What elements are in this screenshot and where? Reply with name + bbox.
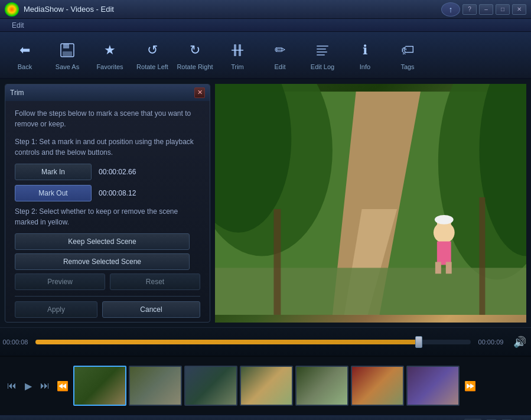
tags-icon: 🏷 <box>397 40 418 61</box>
edit-icon: ✏ <box>269 40 291 61</box>
filmstrip-thumb-5[interactable] <box>295 366 348 406</box>
filmstrip-thumb-2[interactable] <box>129 366 182 406</box>
svg-rect-25 <box>479 197 485 315</box>
edit-log-label: Edit Log <box>311 63 334 70</box>
cancel-button[interactable]: Cancel <box>102 301 200 318</box>
save-as-button[interactable]: Save As <box>47 34 87 76</box>
remove-scene-button[interactable]: Remove Selected Scene <box>15 253 190 270</box>
mark-in-button[interactable]: Mark In <box>15 164 92 180</box>
mark-in-row: Mark In 00:00:02.66 <box>15 164 200 180</box>
filmstrip-thumb-7[interactable] <box>406 366 460 406</box>
mark-out-row: Mark Out 00:00:08.12 <box>15 185 200 201</box>
preview-reset-row: Preview Reset <box>15 274 200 290</box>
close-button[interactable]: ✕ <box>512 4 526 15</box>
svg-rect-1 <box>63 44 69 48</box>
info-label: Info <box>360 63 370 70</box>
edit-button[interactable]: ✏ Edit <box>260 34 300 76</box>
mark-out-button[interactable]: Mark Out <box>15 185 92 201</box>
trim-dialog-titlebar: Trim ✕ <box>5 84 210 101</box>
favorites-button[interactable]: ★ Favorites <box>90 34 130 76</box>
svg-rect-2 <box>63 51 72 56</box>
apply-cancel-row: Apply Cancel <box>15 301 200 318</box>
nav-up-button[interactable]: ↑ <box>441 2 460 17</box>
rotate-right-button[interactable]: ↻ Rotate Right <box>175 34 215 76</box>
statusbar: 008-июль 2009.MTS Sunday, July 12, 2009 … <box>0 415 531 420</box>
scrubber-track[interactable] <box>35 340 471 344</box>
save-as-icon <box>57 40 78 61</box>
rotate-left-button[interactable]: ↺ Rotate Left <box>132 34 172 76</box>
maximize-button[interactable]: □ <box>496 4 510 15</box>
tags-button[interactable]: 🏷 Tags <box>387 34 428 76</box>
scrubber-fill <box>35 340 419 344</box>
trim-panel: Trim ✕ Follow the steps below to mark a … <box>5 84 210 323</box>
video-scene <box>215 84 526 323</box>
scrubber-container[interactable] <box>35 335 471 349</box>
menu-edit[interactable]: Edit <box>7 20 29 31</box>
titlebar-title: MediaShow - Videos - Edit <box>24 5 114 14</box>
time-end-label: 00:00:09 <box>475 338 506 346</box>
titlebar: MediaShow - Videos - Edit ↑ ? – □ ✕ <box>0 0 531 19</box>
filmstrip-play-button[interactable]: ▶ <box>21 378 35 394</box>
filmstrip-skip-start-button[interactable]: ⏮ <box>5 378 19 393</box>
info-button[interactable]: ℹ Info <box>345 34 385 76</box>
edit-log-icon <box>312 40 333 61</box>
video-preview <box>215 84 526 323</box>
info-icon: ℹ <box>354 40 376 61</box>
minimize-button[interactable]: – <box>479 4 493 15</box>
favorites-label: Favorites <box>96 63 123 70</box>
toolbar: ⬅ Back Save As ★ Favorites ↺ Rotate Left… <box>0 32 531 79</box>
help-button[interactable]: ? <box>462 4 477 15</box>
svg-rect-8 <box>317 51 327 53</box>
svg-rect-9 <box>317 54 325 56</box>
preview-button[interactable]: Preview <box>15 274 105 290</box>
filmstrip-thumb-1[interactable] <box>73 366 126 406</box>
edit-label: Edit <box>275 63 286 70</box>
trim-body: Follow the steps below to mark a scene t… <box>5 101 210 325</box>
filmstrip-thumb-6[interactable] <box>351 366 404 406</box>
trim-button[interactable]: Trim <box>217 34 258 76</box>
rotate-left-icon: ↺ <box>142 40 163 61</box>
titlebar-controls: ↑ ? – □ ✕ <box>441 2 526 17</box>
svg-rect-6 <box>317 45 328 47</box>
back-button[interactable]: ⬅ Back <box>5 34 45 76</box>
back-label: Back <box>18 63 32 70</box>
rotate-left-label: Rotate Left <box>136 63 168 70</box>
svg-rect-7 <box>317 48 326 50</box>
volume-icon[interactable]: 🔊 <box>513 336 526 349</box>
trim-divider <box>15 296 200 297</box>
back-icon: ⬅ <box>14 40 35 61</box>
app-logo <box>5 2 19 17</box>
trim-dialog-title: Trim <box>10 89 24 97</box>
filmstrip: ⏮ ▶ ⏭ ⏪ ⏩ <box>0 356 531 415</box>
main-area: Trim ✕ Follow the steps below to mark a … <box>0 79 531 327</box>
filmstrip-thumb-3[interactable] <box>184 366 237 406</box>
svg-rect-21 <box>446 262 452 274</box>
scrubber-thumb[interactable] <box>415 336 422 348</box>
trim-icon <box>227 40 248 61</box>
filmstrip-rewind-button[interactable]: ⏪ <box>54 378 71 394</box>
titlebar-left: MediaShow - Videos - Edit <box>5 2 114 17</box>
video-content-svg <box>215 84 526 323</box>
menubar: Edit <box>0 19 531 32</box>
rotate-right-icon: ↻ <box>184 40 206 61</box>
trim-label: Trim <box>231 63 244 70</box>
playback-bar: 00:00:08 00:00:09 🔊 <box>0 327 531 356</box>
save-as-label: Save As <box>56 63 79 70</box>
mark-in-time: 00:00:02.66 <box>99 168 136 176</box>
edit-log-button[interactable]: Edit Log <box>302 34 343 76</box>
filmstrip-fast-forward-button[interactable]: ⏩ <box>462 378 478 394</box>
keep-scene-button[interactable]: Keep Selected Scene <box>15 233 190 250</box>
svg-rect-19 <box>437 242 451 265</box>
filmstrip-skip-end-button[interactable]: ⏭ <box>38 378 52 393</box>
trim-step1: Step 1: Set a mark in and out position u… <box>15 136 200 158</box>
apply-button[interactable]: Apply <box>15 301 97 318</box>
svg-rect-24 <box>273 209 281 315</box>
filmstrip-thumb-4[interactable] <box>240 366 293 406</box>
reset-button[interactable]: Reset <box>110 274 200 290</box>
trim-instruction: Follow the steps below to mark a scene t… <box>15 108 200 129</box>
tags-label: Tags <box>400 63 414 70</box>
trim-step2: Step 2: Select whether to keep or remove… <box>15 206 200 227</box>
favorites-icon: ★ <box>99 40 120 61</box>
svg-rect-20 <box>435 262 441 274</box>
trim-close-button[interactable]: ✕ <box>194 87 205 98</box>
